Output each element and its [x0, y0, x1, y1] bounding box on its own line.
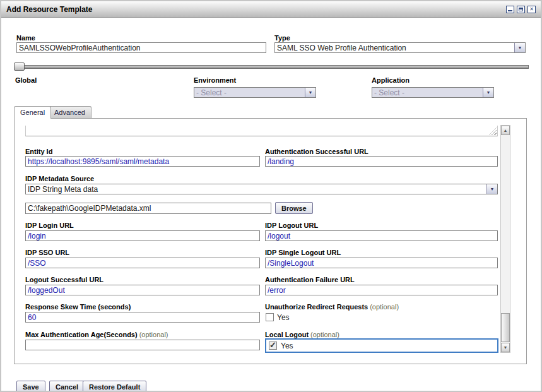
entity-id-input[interactable] — [25, 156, 260, 167]
response-skew-input[interactable] — [25, 312, 260, 323]
tab-advanced[interactable]: Advanced — [48, 106, 91, 118]
idp-sso-url-label: IDP SSO URL — [25, 249, 69, 256]
auth-failure-url-input[interactable] — [265, 285, 498, 295]
idp-login-url-input[interactable] — [25, 230, 260, 241]
chevron-down-icon[interactable]: ▼ — [486, 184, 497, 194]
max-auth-age-input[interactable] — [25, 340, 260, 350]
entity-id-label: Entity Id — [25, 148, 52, 155]
panel-scrollbar[interactable]: ▲ ▼ — [500, 125, 510, 353]
scrollbar-thumb[interactable] — [501, 313, 510, 342]
type-dropdown[interactable]: SAML SSO Web Profile Authentication ▼ — [274, 42, 526, 53]
idp-metadata-file-input[interactable] — [25, 203, 271, 214]
close-icon[interactable] — [527, 6, 536, 13]
idp-metadata-source-dropdown[interactable]: IDP String Meta data ▼ — [25, 184, 498, 194]
chevron-down-icon[interactable]: ▼ — [483, 88, 493, 97]
response-skew-label: Response Skew Time (seconds) — [25, 303, 131, 311]
idp-login-url-label: IDP Login URL — [25, 222, 74, 229]
auth-failure-url-label: Authentication Failure URL — [265, 276, 355, 283]
restore-icon[interactable] — [517, 6, 525, 13]
local-logout-checkbox[interactable] — [269, 342, 277, 350]
application-label: Application — [372, 76, 409, 84]
scrollbar-up-icon[interactable]: ▲ — [501, 126, 510, 135]
unauthorize-redirect-yes-label: Yes — [277, 313, 290, 322]
scope-slider-track[interactable] — [14, 65, 529, 69]
textarea-resize-grip[interactable] — [489, 128, 497, 135]
logout-success-url-label: Logout Successful URL — [25, 276, 103, 283]
scope-slider-handle[interactable] — [14, 62, 25, 71]
unauthorize-redirect-checkbox[interactable] — [266, 313, 274, 321]
tab-general[interactable]: General — [14, 106, 51, 119]
name-input[interactable] — [16, 42, 266, 53]
window-title: Add Resource Template — [6, 5, 92, 14]
environment-label: Environment — [194, 76, 236, 84]
environment-dropdown[interactable]: - Select - ▼ — [194, 87, 316, 98]
local-logout-field[interactable]: Yes — [265, 338, 498, 353]
application-dropdown[interactable]: - Select - ▼ — [372, 87, 494, 98]
idp-logout-url-input[interactable] — [265, 230, 498, 241]
add-resource-template-dialog: Add Resource Template Name Type SAML SSO… — [0, 0, 542, 392]
type-label: Type — [274, 34, 290, 42]
unauthorize-redirect-label: Unauthorize Redirect Requests(optional) — [265, 303, 399, 311]
idp-metadata-source-label: IDP Metadata Source — [25, 175, 94, 182]
idp-metadata-source-value: IDP String Meta data — [26, 184, 486, 194]
local-logout-label: Local Logout(optional) — [265, 331, 339, 338]
application-dropdown-value: - Select - — [372, 88, 483, 97]
auth-success-url-label: Authentication Successful URL — [265, 148, 368, 155]
idp-sso-url-input[interactable] — [25, 258, 260, 268]
max-auth-age-label: Max Authentication Age(Seconds)(optional… — [25, 331, 168, 338]
save-button[interactable]: Save — [16, 381, 45, 392]
idp-single-logout-url-input[interactable] — [265, 258, 498, 268]
scrollbar-down-icon[interactable]: ▼ — [501, 343, 510, 352]
idp-logout-url-label: IDP Logout URL — [265, 222, 318, 229]
window-controls — [506, 6, 536, 13]
chevron-down-icon[interactable]: ▼ — [514, 43, 525, 52]
titlebar[interactable]: Add Resource Template — [1, 1, 541, 18]
name-label: Name — [16, 34, 35, 42]
local-logout-yes-label: Yes — [281, 342, 293, 350]
auth-success-url-input[interactable] — [265, 156, 498, 167]
chevron-down-icon[interactable]: ▼ — [305, 88, 315, 97]
type-dropdown-value: SAML SSO Web Profile Authentication — [275, 43, 514, 52]
logout-success-url-input[interactable] — [25, 285, 260, 295]
minimize-icon[interactable] — [506, 6, 514, 13]
scope-global-label: Global — [15, 76, 37, 84]
idp-single-logout-url-label: IDP Single Logout URL — [265, 249, 341, 256]
textarea-bottom-edge[interactable] — [25, 126, 498, 136]
environment-dropdown-value: - Select - — [194, 88, 305, 97]
cancel-button[interactable]: Cancel — [49, 381, 85, 392]
restore-default-button[interactable]: Restore Default — [83, 381, 146, 392]
browse-button[interactable]: Browse — [275, 202, 313, 214]
